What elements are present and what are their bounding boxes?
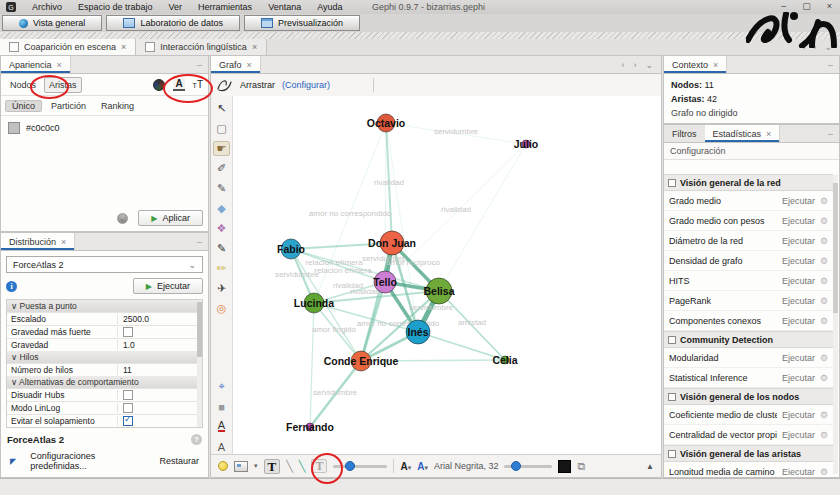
select-arrow-icon[interactable]: ↖: [213, 101, 230, 116]
tab-arrow-icon[interactable]: ›: [633, 60, 636, 70]
rect-selection-icon[interactable]: ▢: [213, 121, 230, 136]
zoom-reset-icon[interactable]: ⌖: [213, 379, 230, 394]
menu-item-archivo[interactable]: Archivo: [24, 2, 70, 12]
scrollbar[interactable]: [833, 175, 838, 474]
lightbulb-icon[interactable]: [218, 461, 228, 471]
close-icon[interactable]: ×: [766, 129, 771, 139]
sizer-icon[interactable]: ✎: [213, 241, 230, 256]
toolbar-button-previsualización[interactable]: Previsualización: [244, 15, 360, 31]
collapse-icon[interactable]: [668, 450, 676, 458]
restore-link[interactable]: Restaurar: [159, 456, 199, 466]
close-icon[interactable]: ×: [827, 1, 832, 11]
minimize-icon[interactable]: –: [197, 233, 208, 250]
gear-icon[interactable]: ⚙: [820, 467, 828, 476]
statistics-settings-header[interactable]: Configuración: [664, 143, 839, 160]
mode-tab-ranking[interactable]: Ranking: [95, 101, 140, 111]
menu-item-espacio-de-trabajo[interactable]: Espacio de trabajo: [70, 2, 161, 12]
run-statistic-link[interactable]: Ejecutar: [782, 276, 815, 286]
mode-tab-partición[interactable]: Partición: [45, 101, 92, 111]
screenshot-dropdown-icon[interactable]: ▾: [254, 462, 258, 470]
shortest-path-icon[interactable]: ✏: [213, 261, 230, 276]
tab-filtros[interactable]: Filtros: [664, 125, 705, 142]
gear-icon[interactable]: ⚙: [820, 430, 828, 440]
graph-edge[interactable]: [439, 144, 526, 291]
color-swatch[interactable]: [8, 122, 20, 134]
hub-icon[interactable]: ◎: [213, 301, 230, 316]
gear-icon[interactable]: ⚙: [820, 236, 828, 246]
property-section-header[interactable]: ∨ Puesta a punto: [7, 300, 202, 312]
label-color-swatch[interactable]: [558, 460, 571, 473]
background-color-icon[interactable]: ■: [213, 399, 230, 414]
gear-icon[interactable]: ⚙: [820, 196, 828, 206]
edge-color-mode-toggle[interactable]: ╲: [299, 460, 306, 473]
edge-labels-toggle[interactable]: T: [311, 459, 327, 473]
palette-icon[interactable]: [153, 79, 165, 91]
layout-algorithm-select[interactable]: ForceAtlas 2 ⌄: [6, 256, 203, 273]
gear-icon[interactable]: ⚙: [820, 410, 828, 420]
run-statistic-link[interactable]: Ejecutar: [782, 196, 815, 206]
tab-distribucion[interactable]: Distribución ×: [1, 233, 75, 250]
label-size-slider[interactable]: [504, 465, 552, 468]
painter-icon[interactable]: ❖: [213, 221, 230, 236]
label-size-icon[interactable]: TT: [193, 79, 203, 90]
property-checkbox[interactable]: [123, 403, 133, 413]
copy-settings-icon[interactable]: ⧉: [577, 460, 585, 473]
property-checkbox[interactable]: [123, 390, 133, 400]
statistics-section-header[interactable]: Visión general de las aristas: [664, 445, 833, 462]
gear-icon[interactable]: ⚙: [820, 373, 828, 383]
gear-icon[interactable]: ⚙: [820, 353, 828, 363]
apply-button[interactable]: ▶ Aplicar: [138, 210, 203, 226]
maximize-icon[interactable]: ▢: [802, 1, 811, 11]
menu-item-ventana[interactable]: Ventana: [260, 2, 309, 12]
run-statistic-link[interactable]: Ejecutar: [782, 316, 815, 326]
gear-icon[interactable]: ⚙: [820, 216, 828, 226]
minimize-icon[interactable]: –: [197, 56, 208, 73]
label-font-icon[interactable]: A: [213, 439, 230, 454]
run-statistic-link[interactable]: Ejecutar: [782, 256, 815, 266]
property-checkbox[interactable]: [123, 416, 133, 426]
label-color-icon[interactable]: A: [173, 78, 184, 91]
tab-apariencia[interactable]: Apariencia ×: [1, 56, 71, 73]
run-statistic-link[interactable]: Ejecutar: [782, 467, 815, 476]
info-icon[interactable]: i: [6, 281, 17, 292]
node-labels-toggle[interactable]: T: [264, 459, 281, 474]
run-statistic-link[interactable]: Ejecutar: [782, 236, 815, 246]
run-statistic-link[interactable]: Ejecutar: [782, 353, 815, 363]
edge-weight-slider[interactable]: [333, 465, 387, 468]
slider-knob[interactable]: [345, 461, 355, 471]
element-tab-aristas[interactable]: Aristas: [44, 77, 82, 93]
graph-canvas[interactable]: servidumbrerivalidadrivalidadamor no cor…: [233, 96, 661, 454]
run-statistic-link[interactable]: Ejecutar: [782, 216, 815, 226]
gear-icon[interactable]: ⚙: [820, 316, 828, 326]
help-icon[interactable]: ?: [191, 434, 202, 445]
run-layout-button[interactable]: ▶ Ejecutar: [133, 278, 203, 294]
property-value[interactable]: 2500.0: [118, 314, 149, 324]
gear-icon[interactable]: ⚙: [820, 276, 828, 286]
expand-bar-icon[interactable]: ▲: [646, 462, 654, 471]
minimize-icon[interactable]: –: [828, 125, 839, 142]
tab-contexto[interactable]: Contexto ×: [664, 56, 727, 73]
presets-link[interactable]: Configuraciones predefinidas...: [30, 451, 145, 471]
statistics-section-header[interactable]: Visión general de la red: [664, 174, 833, 191]
edge-font-button[interactable]: A▾: [417, 461, 428, 472]
collapse-icon[interactable]: [668, 393, 676, 401]
close-icon[interactable]: ×: [61, 237, 66, 247]
gear-icon[interactable]: ⚙: [820, 296, 828, 306]
close-icon[interactable]: ×: [713, 60, 718, 70]
minimize-icon[interactable]: –: [781, 1, 786, 11]
menu-item-ver[interactable]: Ver: [161, 2, 191, 12]
statistics-section-header[interactable]: Community Detection: [664, 331, 833, 348]
toolbar-button-vista-general[interactable]: Vista general: [2, 15, 102, 31]
property-section-header[interactable]: ∨ Alternativas de comportamiento: [7, 376, 202, 388]
edge-influence-icon[interactable]: ✈: [213, 281, 230, 296]
run-statistic-link[interactable]: Ejecutar: [782, 296, 815, 306]
property-section-header[interactable]: ∨ Hilos: [7, 351, 202, 363]
node-pencil-icon[interactable]: ✐: [213, 161, 230, 176]
close-icon[interactable]: ×: [247, 60, 252, 70]
close-icon[interactable]: ×: [57, 60, 62, 70]
graph-edge[interactable]: [310, 303, 314, 427]
property-checkbox[interactable]: [123, 327, 133, 337]
label-color-icon[interactable]: A: [213, 419, 230, 434]
property-value[interactable]: 1.0: [118, 340, 135, 350]
slider-knob[interactable]: [511, 461, 521, 471]
